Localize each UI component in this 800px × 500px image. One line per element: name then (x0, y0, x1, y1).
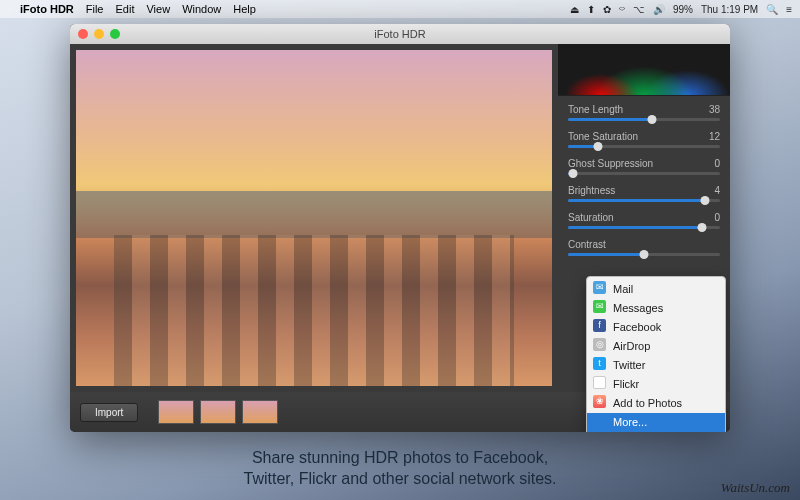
marketing-caption: Share stunning HDR photos to Facebook, T… (0, 448, 800, 490)
preview-image[interactable] (76, 50, 552, 386)
share-item-label: AirDrop (613, 340, 650, 352)
slider-tone-saturation[interactable]: Tone Saturation12 (568, 131, 720, 148)
menu-view[interactable]: View (146, 3, 170, 15)
airdrop-icon: ◎ (593, 338, 606, 351)
facebook-icon: f (593, 319, 606, 332)
slider-value: 4 (714, 185, 720, 196)
bluetooth-icon[interactable]: ⌥ (633, 4, 645, 15)
slider-track[interactable] (568, 199, 720, 202)
slider-track[interactable] (568, 253, 720, 256)
slider-label: Tone Saturation (568, 131, 638, 142)
share-item-label: Twitter (613, 359, 645, 371)
twitter-icon: t (593, 357, 606, 370)
slider-brightness[interactable]: Brightness4 (568, 185, 720, 202)
slider-contrast[interactable]: Contrast (568, 239, 720, 256)
slider-track[interactable] (568, 118, 720, 121)
volume-icon[interactable]: 🔊 (653, 4, 665, 15)
clock[interactable]: Thu 1:19 PM (701, 4, 758, 15)
share-item-airdrop[interactable]: ◎AirDrop (587, 337, 725, 356)
slider-knob[interactable] (640, 250, 649, 259)
slider-label: Ghost Suppression (568, 158, 653, 169)
window-titlebar[interactable]: iFoto HDR (70, 24, 730, 44)
notifications-icon[interactable]: ≡ (786, 4, 792, 15)
share-item-flickr[interactable]: ••Flickr (587, 375, 725, 394)
mac-menubar: iFoto HDR File Edit View Window Help ⏏ ⬆… (0, 0, 800, 18)
slider-label: Brightness (568, 185, 615, 196)
slider-knob[interactable] (700, 196, 709, 205)
thumbnail[interactable] (242, 400, 278, 424)
caption-line: Share stunning HDR photos to Facebook, (0, 448, 800, 469)
app-menu[interactable]: iFoto HDR (20, 3, 74, 15)
menu-file[interactable]: File (86, 3, 104, 15)
share-item-mail[interactable]: ✉Mail (587, 280, 725, 299)
slider-label: Tone Length (568, 104, 623, 115)
share-item-add-to-photos[interactable]: ❀Add to Photos (587, 394, 725, 413)
share-item-label: Messages (613, 302, 663, 314)
slider-tone-length[interactable]: Tone Length38 (568, 104, 720, 121)
share-item-label: More... (613, 416, 647, 428)
spotlight-icon[interactable]: 🔍 (766, 4, 778, 15)
slider-ghost-suppression[interactable]: Ghost Suppression0 (568, 158, 720, 175)
thumbnail[interactable] (200, 400, 236, 424)
slider-knob[interactable] (568, 169, 577, 178)
flickr-icon: •• (593, 376, 606, 389)
thumbnail-strip (158, 400, 278, 424)
slider-label: Contrast (568, 239, 606, 250)
share-item-label: Add to Photos (613, 397, 682, 409)
preview-pane (70, 44, 558, 392)
slider-saturation[interactable]: Saturation0 (568, 212, 720, 229)
import-button[interactable]: Import (80, 403, 138, 422)
adjustments-panel: Tone Length38Tone Saturation12Ghost Supp… (558, 44, 730, 392)
app-window: iFoto HDR Tone Length38Tone Saturation12… (70, 24, 730, 432)
share-menu-popup: ✉Mail✉MessagesfFacebook◎AirDroptTwitter•… (586, 276, 726, 432)
slider-track[interactable] (568, 172, 720, 175)
slider-knob[interactable] (647, 115, 656, 124)
slider-value: 0 (714, 212, 720, 223)
mail-icon: ✉ (593, 281, 606, 294)
share-item-label: Facebook (613, 321, 661, 333)
menu-window[interactable]: Window (182, 3, 221, 15)
wifi-icon[interactable]: ⌔ (619, 4, 625, 15)
slider-value: 12 (709, 131, 720, 142)
menu-edit[interactable]: Edit (116, 3, 135, 15)
share-item-label: Flickr (613, 378, 639, 390)
window-title: iFoto HDR (70, 28, 730, 40)
slider-value: 0 (714, 158, 720, 169)
slider-knob[interactable] (697, 223, 706, 232)
messages-icon: ✉ (593, 300, 606, 313)
histogram (558, 44, 730, 96)
share-item-messages[interactable]: ✉Messages (587, 299, 725, 318)
thumbnail[interactable] (158, 400, 194, 424)
share-item-facebook[interactable]: fFacebook (587, 318, 725, 337)
photos-icon: ❀ (593, 395, 606, 408)
share-item-more[interactable]: More... (587, 413, 725, 432)
slider-track[interactable] (568, 226, 720, 229)
slider-track[interactable] (568, 145, 720, 148)
menu-help[interactable]: Help (233, 3, 256, 15)
share-item-label: Mail (613, 283, 633, 295)
battery-status[interactable]: 99% (673, 4, 693, 15)
status-icon: ⏏ (570, 4, 579, 15)
slider-value: 38 (709, 104, 720, 115)
caption-line: Twitter, Flickr and other social network… (0, 469, 800, 490)
slider-knob[interactable] (594, 142, 603, 151)
slider-label: Saturation (568, 212, 614, 223)
status-icon: ✿ (603, 4, 611, 15)
status-icon: ⬆ (587, 4, 595, 15)
share-item-twitter[interactable]: tTwitter (587, 356, 725, 375)
watermark: WaitsUn.com (721, 480, 790, 496)
